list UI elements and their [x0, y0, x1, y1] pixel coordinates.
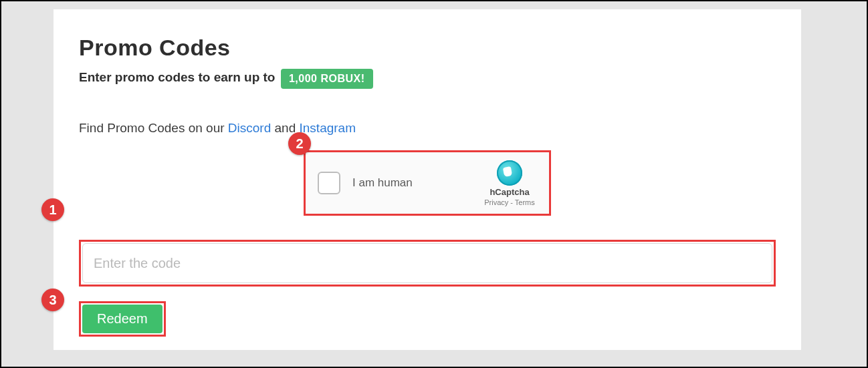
find-codes-line: Find Promo Codes on our Discord and Inst…: [79, 121, 776, 136]
robux-badge: 1,000 ROBUX!: [281, 69, 373, 89]
captcha-privacy-link[interactable]: Privacy: [484, 198, 508, 206]
captcha-link-sep: -: [508, 198, 515, 206]
captcha-terms-link[interactable]: Terms: [515, 198, 535, 206]
redeem-button[interactable]: Redeem: [82, 305, 162, 333]
hcaptcha-widget: I am human hCaptcha Privacy - Terms: [304, 150, 551, 216]
code-input-highlight: [79, 240, 776, 287]
annotation-badge-1: 1: [41, 198, 64, 221]
annotation-badge-3: 3: [41, 289, 64, 311]
subtitle-row: Enter promo codes to earn up to 1,000 RO…: [79, 69, 776, 89]
captcha-brand: hCaptcha Privacy - Terms: [482, 160, 537, 206]
promo-codes-panel: Promo Codes Enter promo codes to earn up…: [53, 9, 801, 350]
discord-link[interactable]: Discord: [228, 121, 271, 135]
find-prefix: Find Promo Codes on our: [79, 121, 228, 135]
captcha-brand-links: Privacy - Terms: [482, 198, 537, 206]
page-title: Promo Codes: [79, 35, 776, 61]
captcha-checkbox[interactable]: [318, 172, 340, 194]
annotation-badge-2: 2: [288, 132, 311, 155]
subtitle-text: Enter promo codes to earn up to: [79, 70, 275, 84]
instagram-link[interactable]: Instagram: [300, 121, 356, 135]
captcha-label: I am human: [352, 176, 413, 190]
promo-code-input[interactable]: [82, 243, 772, 283]
redeem-highlight: Redeem: [79, 301, 166, 337]
captcha-brand-name: hCaptcha: [482, 187, 537, 197]
hcaptcha-logo-icon: [497, 160, 522, 186]
captcha-container: I am human hCaptcha Privacy - Terms: [79, 150, 776, 216]
